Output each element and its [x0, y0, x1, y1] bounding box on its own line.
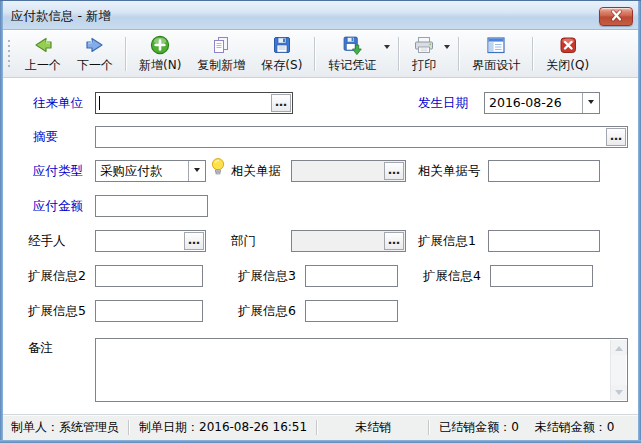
ext3-input[interactable] [305, 265, 398, 287]
partner-input[interactable] [100, 93, 270, 113]
prev-button[interactable]: 上一个 [17, 33, 69, 75]
window-border [0, 1, 3, 443]
add-circle-icon [149, 34, 171, 56]
print-button[interactable]: 打印 [404, 33, 454, 75]
titlebar-close-button[interactable] [599, 7, 633, 26]
summary-field: … [95, 126, 628, 148]
amount-input[interactable] [95, 195, 208, 217]
new-button[interactable]: 新增(N) [131, 33, 189, 75]
date-dropdown-button[interactable] [582, 93, 599, 113]
remark-scrollbar[interactable] [610, 340, 626, 400]
print-button-label: 打印 [412, 57, 436, 74]
copy-icon [210, 34, 232, 56]
triangle-up-icon [615, 342, 623, 351]
related-doc-browse-button[interactable]: … [384, 162, 404, 180]
related-doc-field: … [291, 160, 406, 182]
ext4-input[interactable] [490, 265, 593, 287]
next-button[interactable]: 下一个 [69, 33, 121, 75]
close-x-icon [609, 7, 624, 26]
remark-label: 备注 [28, 340, 53, 357]
related-doc-label: 相关单据 [231, 163, 281, 180]
ui-design-button[interactable]: 界面设计 [464, 33, 528, 75]
ext1-label: 扩展信息1 [418, 233, 476, 250]
status-separator [316, 420, 318, 435]
close-button-label: 关闭(Q) [546, 57, 589, 74]
date-label: 发生日期 [418, 95, 468, 112]
dept-browse-button[interactable]: … [384, 232, 404, 250]
status-separator [128, 420, 130, 435]
remark-textarea[interactable] [97, 340, 609, 400]
copy-new-button[interactable]: 复制新增 [189, 33, 253, 75]
dept-input [292, 231, 383, 251]
summary-browse-button[interactable]: … [606, 128, 626, 146]
date-field: 2016-08-26 [484, 92, 600, 114]
partner-field: … [95, 92, 293, 114]
scroll-down-button[interactable] [611, 385, 627, 400]
related-no-input[interactable] [488, 160, 600, 182]
ext3-label: 扩展信息3 [238, 268, 296, 285]
unsettled-amount-status: 未结销金额：0 [535, 419, 615, 436]
triangle-down-icon [615, 390, 623, 399]
partner-browse-button[interactable]: … [271, 94, 291, 112]
window-border [0, 0, 641, 1]
partner-label: 往来单位 [33, 95, 83, 112]
ext2-input[interactable] [95, 265, 203, 287]
status-bar: 制单人：系统管理员 制单日期：2016-08-26 16:51 未结销 已结销金… [3, 414, 638, 440]
save-floppy-icon [271, 34, 293, 56]
close-red-icon [557, 34, 579, 56]
transfer-voucher-dropdown-caret[interactable] [384, 45, 390, 52]
toolbar-separator [458, 37, 460, 71]
chevron-down-icon [588, 100, 594, 107]
ext5-label: 扩展信息5 [28, 303, 86, 320]
toolbar: 上一个 下一个 新增(N) 复制新增 保存(S) [3, 31, 638, 78]
copy-new-button-label: 复制新增 [197, 57, 245, 74]
status-separator [428, 420, 430, 435]
hint-bulb-icon[interactable] [210, 157, 226, 181]
handler-field: … [95, 230, 206, 252]
ext2-label: 扩展信息2 [28, 268, 86, 285]
handler-label: 经手人 [28, 233, 66, 250]
new-button-label: 新增(N) [139, 57, 181, 74]
ext6-input[interactable] [305, 300, 398, 322]
ext6-label: 扩展信息6 [238, 303, 296, 320]
payable-type-label: 应付类型 [33, 163, 83, 180]
ext5-input[interactable] [95, 300, 203, 322]
payable-type-value: 采购应付款 [96, 161, 188, 181]
summary-input[interactable] [96, 127, 605, 147]
payables-info-window: 应付款信息 - 新增 上一个 下一个 [0, 0, 641, 443]
transfer-voucher-button[interactable]: 转记凭证 [320, 33, 394, 75]
window-title: 应付款信息 - 新增 [11, 8, 111, 25]
handler-browse-button[interactable]: … [184, 232, 204, 250]
scroll-up-button[interactable] [611, 340, 627, 355]
toolbar-separator [314, 37, 316, 71]
payable-type-dropdown-button[interactable] [188, 161, 205, 181]
titlebar[interactable]: 应付款信息 - 新增 [0, 1, 641, 30]
date-value: 2016-08-26 [485, 93, 582, 113]
print-dropdown-caret[interactable] [444, 45, 450, 52]
toolbar-grip[interactable] [8, 40, 10, 70]
printer-icon [413, 34, 435, 56]
voucher-floppy-arrow-icon [341, 34, 363, 56]
maker-status: 制单人：系统管理员 [11, 419, 119, 436]
settle-status: 未结销 [355, 419, 391, 436]
dept-field: … [291, 230, 406, 252]
prev-button-label: 上一个 [25, 57, 61, 74]
made-date-status: 制单日期：2016-08-26 16:51 [139, 419, 307, 436]
chevron-down-icon [194, 168, 200, 175]
transfer-voucher-button-label: 转记凭证 [328, 57, 376, 74]
remark-field [95, 338, 628, 402]
window-design-icon [485, 34, 507, 56]
payable-type-combobox[interactable]: 采购应付款 [95, 160, 206, 182]
save-button-label: 保存(S) [261, 57, 302, 74]
save-button[interactable]: 保存(S) [253, 33, 310, 75]
dept-label: 部门 [231, 233, 256, 250]
close-button[interactable]: 关闭(Q) [538, 33, 597, 75]
amount-label: 应付金额 [33, 198, 83, 215]
settled-amount-status: 已结销金额：0 [439, 419, 519, 436]
handler-input[interactable] [96, 231, 183, 251]
summary-label: 摘要 [33, 129, 58, 146]
toolbar-separator [532, 37, 534, 71]
next-button-label: 下一个 [77, 57, 113, 74]
form-panel: 往来单位 … 发生日期 2016-08-26 摘要 … 应付类型 采购应付款 相… [3, 78, 638, 414]
ext1-input[interactable] [488, 230, 600, 252]
